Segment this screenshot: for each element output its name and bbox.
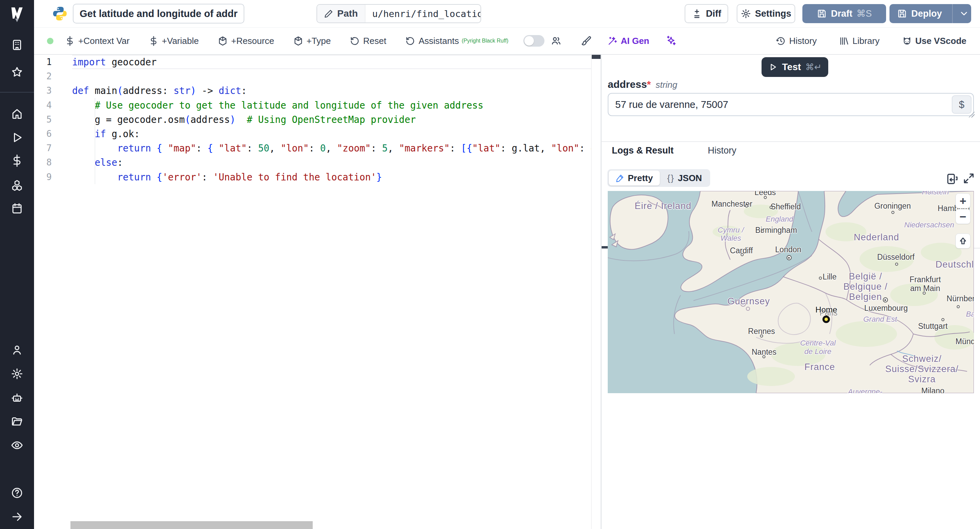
home-icon[interactable] [11, 108, 23, 120]
tab-logs-result[interactable]: Logs & Result [612, 142, 674, 159]
audit-eye-icon[interactable] [11, 439, 23, 451]
map-city-dot [740, 253, 743, 257]
history-button[interactable]: History [776, 36, 817, 46]
use-vscode-button[interactable]: Use VScode [902, 36, 966, 46]
map-label: Auvergne- [848, 388, 883, 393]
schedules-calendar-icon[interactable] [11, 202, 23, 215]
map-zoom-in-button[interactable]: + [956, 193, 970, 208]
map-label: Grand Est [863, 315, 897, 324]
variables-dollar-icon[interactable] [11, 155, 23, 167]
map-zoom-out-button[interactable]: − [956, 209, 970, 224]
code-line: g = geocoder.osm(address) # Using OpenSt… [72, 112, 591, 127]
add-type-button[interactable]: +Type [293, 36, 331, 46]
use-vscode-label: Use VScode [915, 36, 966, 46]
pretty-label: Pretty [628, 173, 653, 183]
add-context-var-label: +Context Var [78, 36, 130, 46]
insert-variable-button[interactable]: $ [952, 95, 972, 114]
assistants-button[interactable]: Assistants [405, 36, 459, 46]
favorites-star-icon[interactable] [11, 66, 23, 78]
pretty-toggle[interactable]: Pretty [609, 170, 660, 185]
script-title-input[interactable] [73, 4, 244, 24]
map-label: London [775, 245, 801, 254]
code-line: import geocoder [72, 55, 591, 69]
help-icon[interactable] [11, 487, 23, 499]
settings-gear-icon[interactable] [11, 368, 23, 380]
map-city-dot [941, 318, 944, 321]
code-lines[interactable]: import geocoder def main(address: str) -… [72, 55, 591, 184]
expand-sidebar-arrow-icon[interactable] [11, 511, 23, 523]
json-toggle[interactable]: {} JSON [660, 170, 709, 185]
save-draft-button[interactable]: Draft ⌘S [802, 4, 886, 23]
workspace-building-icon[interactable] [11, 39, 23, 51]
code-editor[interactable]: 123456789 import geocoder def main(addre… [34, 55, 601, 529]
sparkles-icon[interactable] [666, 35, 676, 46]
windmill-logo-icon[interactable] [8, 5, 26, 24]
result-tabs: Logs & Result History [601, 142, 980, 161]
reset-button[interactable]: Reset [350, 36, 386, 46]
home-marker[interactable] [822, 315, 830, 323]
copy-result-button[interactable] [945, 172, 958, 185]
address-input[interactable] [608, 93, 974, 116]
runs-play-icon[interactable] [11, 131, 23, 143]
result-map[interactable]: Éire / IrelandManchesterLeedsSheffieldEn… [608, 191, 974, 393]
format-brush-icon[interactable] [581, 36, 591, 46]
add-variable-button[interactable]: +Variable [149, 36, 199, 46]
history-label: History [789, 36, 817, 46]
expand-result-button[interactable] [962, 172, 976, 185]
workers-robot-icon[interactable] [11, 392, 23, 404]
gutter: 123456789 [34, 55, 72, 184]
tab-history[interactable]: History [708, 142, 737, 159]
diff-label: Diff [706, 8, 721, 19]
argument-input-wrap: $ [608, 93, 974, 116]
map-label: Nederland [854, 232, 899, 242]
add-context-var-button[interactable]: +Context Var [65, 36, 130, 46]
line-number: 1 [34, 55, 72, 69]
scrollbar-thumb[interactable] [592, 55, 601, 59]
multiplayer-users-icon[interactable] [550, 35, 562, 46]
settings-label: Settings [755, 8, 791, 19]
braces-icon: {} [667, 173, 675, 183]
resources-boxes-icon[interactable] [11, 179, 23, 191]
test-button[interactable]: Test ⌘↵ [762, 57, 828, 77]
line-number: 3 [34, 83, 72, 98]
library-button[interactable]: Library [839, 36, 879, 46]
play-icon [768, 62, 778, 72]
code-line [72, 69, 591, 83]
python-language-icon [52, 5, 68, 22]
editor-vertical-scrollbar[interactable] [591, 55, 601, 529]
map-label: Milano [921, 387, 945, 393]
diff-mode-toggle[interactable] [523, 35, 544, 47]
input-resize-handle[interactable] [969, 111, 975, 118]
script-path-field[interactable]: Path u/henri/find_location [317, 4, 481, 23]
dollar-icon [149, 36, 159, 46]
refresh-icon [350, 36, 360, 46]
folders-icon[interactable] [11, 415, 23, 427]
add-variable-label: +Variable [162, 36, 199, 46]
map-label: Holstein [922, 191, 949, 196]
ai-gen-label: AI Gen [620, 36, 649, 46]
ai-gen-button[interactable]: AI Gen [608, 36, 649, 46]
map-label: Bay [966, 310, 974, 318]
user-icon[interactable] [11, 344, 23, 356]
map-label: Düsseldorf [877, 253, 915, 262]
map-label: Guernsey [727, 296, 770, 306]
map-label: Sheffield [770, 202, 801, 211]
arrow-up-icon [958, 236, 968, 246]
editor-toolbar: +Context Var +Variable +Resource +Type R… [34, 27, 980, 55]
editor-horizontal-scrollbar[interactable] [70, 521, 313, 529]
code-line: return {'error': 'Unable to find the loc… [72, 170, 591, 184]
map-label: Nürnberg [947, 295, 974, 303]
json-label: JSON [678, 173, 702, 183]
map-label: Schweiz/ Suisse/Svizzera/ Svizra [885, 353, 959, 384]
diff-icon [692, 8, 702, 19]
add-resource-button[interactable]: +Resource [218, 36, 274, 46]
gear-icon [741, 8, 751, 19]
code-line: if g.ok: [72, 127, 591, 141]
deploy-button[interactable]: Deploy [889, 4, 971, 23]
deploy-more-button[interactable] [957, 4, 971, 23]
map-label: Stuttgart [918, 322, 948, 331]
settings-button[interactable]: Settings [737, 4, 795, 23]
map-reset-view-button[interactable] [956, 234, 970, 249]
sidebar [0, 0, 34, 529]
diff-button[interactable]: Diff [685, 4, 728, 23]
